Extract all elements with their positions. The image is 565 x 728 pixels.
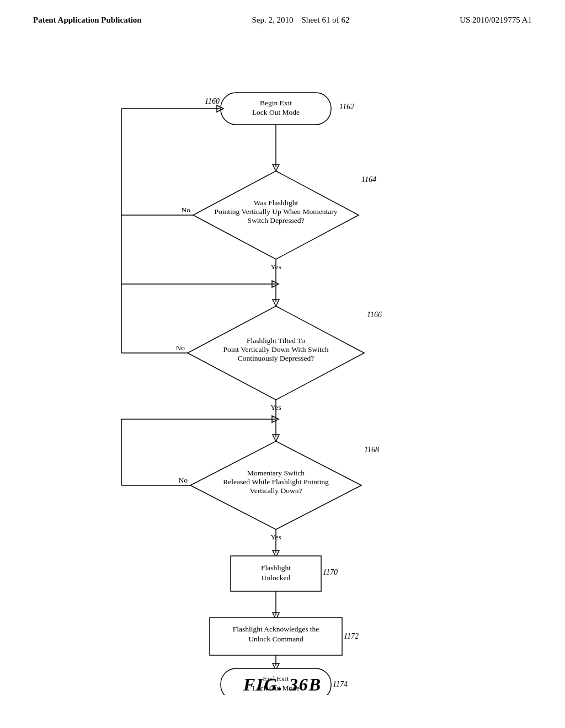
svg-text:Begin Exit: Begin Exit: [260, 99, 292, 107]
svg-text:Unlocked: Unlocked: [262, 574, 291, 582]
svg-text:Released While Flashlight Poin: Released While Flashlight Pointing: [223, 478, 329, 486]
svg-text:1166: 1166: [367, 311, 382, 319]
svg-text:No: No: [182, 206, 191, 214]
svg-text:Was Flashlight: Was Flashlight: [254, 199, 299, 207]
svg-text:1160: 1160: [205, 97, 220, 105]
svg-text:1168: 1168: [364, 446, 379, 454]
svg-text:1162: 1162: [339, 103, 354, 111]
svg-text:Flashlight Acknowledges the: Flashlight Acknowledges the: [233, 625, 319, 633]
page-header: Patent Application Publication Sep. 2, 2…: [0, 0, 565, 25]
svg-text:Momentary Switch: Momentary Switch: [247, 469, 305, 477]
svg-text:1170: 1170: [323, 568, 338, 576]
flowchart-diagram: text { font-family: 'Times New Roman', T…: [0, 66, 565, 695]
svg-text:1164: 1164: [361, 175, 376, 184]
header-date: Sep. 2, 2010: [252, 15, 293, 24]
svg-text:Flashlight Tilted To: Flashlight Tilted To: [247, 336, 305, 345]
figure-caption: FIG. 36B: [0, 675, 565, 695]
header-publication-type: Patent Application Publication: [33, 15, 142, 25]
svg-text:Point Vertically Down With Swi: Point Vertically Down With Switch: [223, 345, 329, 354]
header-date-sheet: Sep. 2, 2010 Sheet 61 of 62: [252, 15, 349, 25]
svg-text:Switch Depressed?: Switch Depressed?: [247, 216, 304, 224]
svg-text:No: No: [176, 344, 185, 352]
header-sheet: Sheet 61 of 62: [301, 15, 349, 24]
svg-text:Flashlight: Flashlight: [261, 564, 291, 572]
svg-text:Continuously Depressed?: Continuously Depressed?: [238, 354, 314, 362]
svg-text:Lock Out Mode: Lock Out Mode: [252, 108, 300, 116]
header-patent-number: US 2010/0219775 A1: [460, 15, 532, 25]
svg-text:Unlock Command: Unlock Command: [248, 635, 303, 643]
svg-text:Pointing Vertically Up When Mo: Pointing Vertically Up When Momentary: [215, 207, 338, 216]
svg-text:1172: 1172: [344, 632, 359, 640]
svg-text:No: No: [179, 476, 188, 484]
svg-text:Vertically Down?: Vertically Down?: [250, 486, 302, 495]
